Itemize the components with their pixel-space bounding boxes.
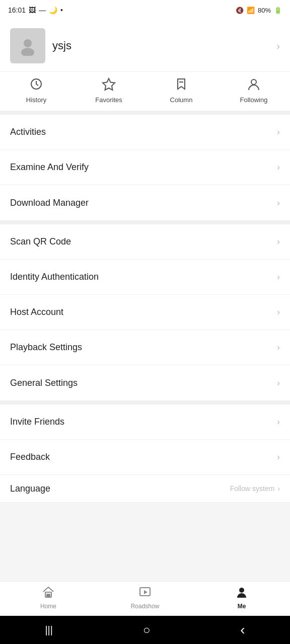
menu-item-examine[interactable]: Examine And Verify ›	[0, 150, 290, 185]
photo-icon: 🖼	[29, 6, 36, 14]
feedback-chevron-icon: ›	[277, 452, 280, 462]
home-button[interactable]: ○	[143, 623, 151, 637]
home-label: Home	[40, 603, 56, 610]
profile-section[interactable]: ysjs ›	[0, 20, 290, 72]
status-indicators: 🔇 📶 80% 🔋	[236, 7, 282, 14]
section-divider-2	[0, 400, 290, 405]
menu-item-playback[interactable]: Playback Settings ›	[0, 330, 290, 365]
language-value-wrapper: Follow system ›	[230, 485, 280, 493]
identity-chevron-icon: ›	[277, 272, 280, 282]
activities-chevron-icon: ›	[277, 127, 280, 137]
recent-apps-button[interactable]: |||	[45, 624, 53, 636]
general-chevron-icon: ›	[277, 378, 280, 388]
nav-item-following[interactable]: Following	[218, 77, 290, 104]
system-nav-bar: ||| ○ ‹	[0, 616, 290, 644]
nav-item-favorites[interactable]: Favorites	[72, 77, 145, 104]
playback-chevron-icon: ›	[277, 342, 280, 353]
following-icon	[247, 77, 261, 93]
dot-icon: •	[60, 6, 63, 14]
status-bar: 16:01 🖼 — 🌙 • 🔇 📶 80% 🔋	[0, 0, 290, 20]
home-icon	[42, 586, 55, 601]
menu-group-1: Activities › Examine And Verify › Downlo…	[0, 115, 290, 220]
star-icon	[102, 77, 116, 93]
download-chevron-icon: ›	[277, 198, 280, 208]
svg-marker-9	[144, 590, 148, 594]
roadshow-label: Roadshow	[131, 603, 160, 610]
sim-icon: —	[39, 6, 46, 14]
menu-item-identity[interactable]: Identity Authentication ›	[0, 260, 290, 295]
menu-item-scan-qr[interactable]: Scan QR Code ›	[0, 224, 290, 260]
menu-group-3: Invite Friends › Feedback › Language Fol…	[0, 405, 290, 503]
menu-item-feedback[interactable]: Feedback ›	[0, 440, 290, 475]
bottom-nav: Home Roadshow Me	[0, 581, 290, 616]
cloud-icon: 🌙	[49, 6, 57, 14]
host-account-label: Host Account	[10, 307, 63, 317]
nav-item-column[interactable]: Column	[145, 77, 218, 104]
menu-item-invite[interactable]: Invite Friends ›	[0, 405, 290, 440]
menu-item-download[interactable]: Download Manager ›	[0, 185, 290, 220]
language-label: Language	[10, 484, 50, 494]
svg-point-1	[21, 48, 34, 56]
quick-nav-bar: History Favorites Column Following	[0, 72, 290, 115]
svg-point-5	[251, 79, 256, 85]
history-label: History	[26, 96, 46, 104]
back-button[interactable]: ‹	[240, 622, 245, 638]
bottom-nav-roadshow[interactable]: Roadshow	[97, 586, 193, 610]
svg-rect-7	[47, 594, 50, 597]
invite-chevron-icon: ›	[277, 417, 280, 427]
scan-qr-chevron-icon: ›	[277, 236, 280, 247]
identity-label: Identity Authentication	[10, 272, 99, 282]
roadshow-icon	[138, 586, 152, 601]
playback-label: Playback Settings	[10, 342, 82, 353]
history-icon	[29, 77, 43, 93]
menu-item-host-account[interactable]: Host Account ›	[0, 295, 290, 330]
svg-marker-3	[103, 78, 115, 90]
general-label: General Settings	[10, 378, 78, 388]
menu-item-language[interactable]: Language Follow system ›	[0, 475, 290, 503]
profile-chevron-icon: ›	[276, 40, 280, 52]
username: ysjs	[52, 39, 71, 52]
status-time: 16:01 🖼 — 🌙 •	[8, 6, 63, 14]
language-value: Follow system	[230, 485, 275, 493]
nav-item-history[interactable]: History	[0, 77, 72, 104]
bookmark-icon	[174, 77, 188, 93]
battery-text: 80%	[258, 7, 271, 14]
avatar	[10, 28, 45, 63]
column-label: Column	[170, 96, 193, 104]
download-label: Download Manager	[10, 198, 89, 208]
host-account-chevron-icon: ›	[277, 307, 280, 317]
svg-point-10	[239, 588, 244, 593]
language-chevron-icon: ›	[277, 485, 280, 493]
menu-group-2: Scan QR Code › Identity Authentication ›…	[0, 224, 290, 400]
bottom-nav-me[interactable]: Me	[193, 586, 290, 610]
examine-chevron-icon: ›	[277, 162, 280, 173]
menu-item-general[interactable]: General Settings ›	[0, 365, 290, 400]
scan-qr-label: Scan QR Code	[10, 236, 71, 247]
profile-left: ysjs	[10, 28, 71, 63]
me-icon	[235, 586, 248, 601]
battery-icon: 🔋	[274, 7, 282, 14]
mute-icon: 🔇	[236, 7, 244, 14]
favorites-label: Favorites	[95, 96, 122, 104]
menu-item-activities[interactable]: Activities ›	[0, 115, 290, 150]
invite-label: Invite Friends	[10, 417, 64, 427]
section-divider-1	[0, 220, 290, 224]
following-label: Following	[240, 96, 268, 104]
feedback-label: Feedback	[10, 452, 50, 462]
examine-label: Examine And Verify	[10, 162, 89, 173]
time-display: 16:01	[8, 6, 26, 14]
me-label: Me	[238, 603, 246, 610]
wifi-icon: 📶	[247, 7, 255, 14]
svg-point-0	[24, 39, 32, 47]
bottom-nav-home[interactable]: Home	[0, 586, 97, 610]
activities-label: Activities	[10, 127, 46, 137]
